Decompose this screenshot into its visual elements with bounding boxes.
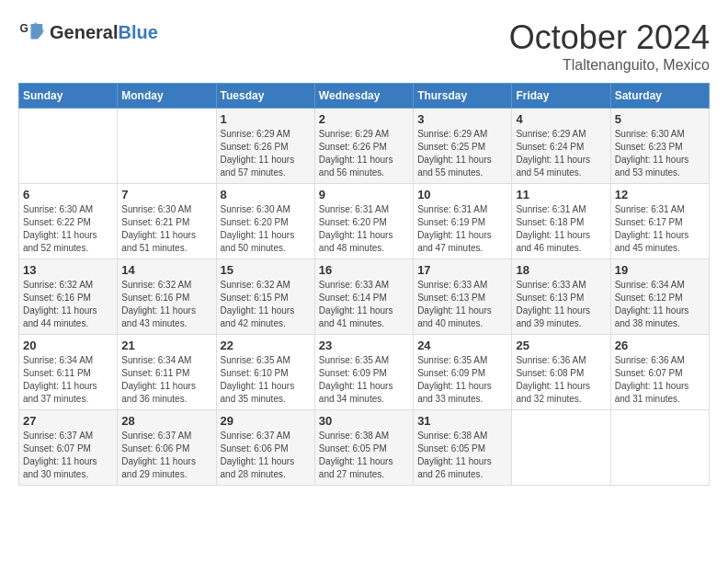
day-number: 21 bbox=[121, 339, 211, 352]
calendar-cell: 18Sunrise: 6:33 AMSunset: 6:13 PMDayligh… bbox=[512, 259, 610, 335]
calendar-cell: 22Sunrise: 6:35 AMSunset: 6:10 PMDayligh… bbox=[216, 335, 314, 410]
day-info: Sunrise: 6:38 AMSunset: 6:05 PMDaylight:… bbox=[417, 430, 507, 481]
calendar-cell: 27Sunrise: 6:37 AMSunset: 6:07 PMDayligh… bbox=[19, 410, 118, 486]
calendar-cell: 17Sunrise: 6:33 AMSunset: 6:13 PMDayligh… bbox=[414, 259, 512, 335]
calendar-cell: 25Sunrise: 6:36 AMSunset: 6:08 PMDayligh… bbox=[512, 335, 610, 410]
calendar-cell: 12Sunrise: 6:31 AMSunset: 6:17 PMDayligh… bbox=[610, 184, 709, 259]
day-info: Sunrise: 6:36 AMSunset: 6:08 PMDaylight:… bbox=[516, 354, 606, 406]
calendar-cell: 29Sunrise: 6:37 AMSunset: 6:06 PMDayligh… bbox=[216, 410, 314, 486]
header-tuesday: Tuesday bbox=[216, 84, 314, 109]
calendar-cell: 15Sunrise: 6:32 AMSunset: 6:15 PMDayligh… bbox=[216, 259, 314, 335]
day-number: 9 bbox=[319, 188, 409, 201]
calendar-cell: 24Sunrise: 6:35 AMSunset: 6:09 PMDayligh… bbox=[414, 335, 512, 410]
day-info: Sunrise: 6:32 AMSunset: 6:16 PMDaylight:… bbox=[121, 279, 211, 330]
logo-text: General bbox=[50, 22, 118, 42]
day-info: Sunrise: 6:33 AMSunset: 6:13 PMDaylight:… bbox=[417, 279, 507, 330]
day-info: Sunrise: 6:29 AMSunset: 6:26 PMDaylight:… bbox=[319, 128, 409, 179]
day-number: 19 bbox=[615, 263, 705, 277]
day-info: Sunrise: 6:30 AMSunset: 6:21 PMDaylight:… bbox=[121, 203, 211, 255]
title-area: October 2024 Tlaltenanguito, Mexico bbox=[509, 18, 710, 74]
day-info: Sunrise: 6:29 AMSunset: 6:24 PMDaylight:… bbox=[516, 128, 606, 179]
day-info: Sunrise: 6:32 AMSunset: 6:15 PMDaylight:… bbox=[221, 279, 311, 330]
calendar-cell: 9Sunrise: 6:31 AMSunset: 6:20 PMDaylight… bbox=[314, 184, 413, 259]
day-number: 13 bbox=[23, 263, 113, 277]
day-info: Sunrise: 6:30 AMSunset: 6:22 PMDaylight:… bbox=[23, 203, 113, 255]
header-saturday: Saturday bbox=[610, 84, 709, 109]
day-number: 5 bbox=[615, 112, 705, 126]
calendar-cell: 16Sunrise: 6:33 AMSunset: 6:14 PMDayligh… bbox=[314, 259, 413, 335]
calendar-cell: 14Sunrise: 6:32 AMSunset: 6:16 PMDayligh… bbox=[118, 259, 216, 335]
calendar-cell: 19Sunrise: 6:34 AMSunset: 6:12 PMDayligh… bbox=[610, 259, 709, 335]
calendar-cell: 30Sunrise: 6:38 AMSunset: 6:05 PMDayligh… bbox=[314, 410, 413, 486]
day-info: Sunrise: 6:32 AMSunset: 6:16 PMDaylight:… bbox=[23, 279, 113, 330]
day-number: 28 bbox=[121, 414, 211, 428]
calendar-cell: 1Sunrise: 6:29 AMSunset: 6:26 PMDaylight… bbox=[216, 109, 314, 184]
calendar-cell: 4Sunrise: 6:29 AMSunset: 6:24 PMDaylight… bbox=[512, 109, 610, 184]
calendar-cell: 5Sunrise: 6:30 AMSunset: 6:23 PMDaylight… bbox=[610, 109, 709, 184]
day-info: Sunrise: 6:29 AMSunset: 6:25 PMDaylight:… bbox=[417, 128, 507, 179]
calendar-cell: 13Sunrise: 6:32 AMSunset: 6:16 PMDayligh… bbox=[19, 259, 118, 335]
header-monday: Monday bbox=[118, 84, 216, 109]
calendar-cell: 23Sunrise: 6:35 AMSunset: 6:09 PMDayligh… bbox=[314, 335, 413, 410]
day-number: 23 bbox=[319, 339, 409, 352]
day-info: Sunrise: 6:31 AMSunset: 6:18 PMDaylight:… bbox=[516, 203, 606, 255]
day-number: 24 bbox=[417, 339, 507, 352]
calendar-cell: 20Sunrise: 6:34 AMSunset: 6:11 PMDayligh… bbox=[19, 335, 118, 410]
day-number: 18 bbox=[516, 263, 606, 277]
header-thursday: Thursday bbox=[414, 84, 512, 109]
day-number: 30 bbox=[319, 414, 409, 428]
calendar-cell bbox=[610, 410, 709, 486]
day-number: 25 bbox=[516, 339, 606, 352]
day-number: 7 bbox=[121, 188, 211, 201]
day-info: Sunrise: 6:30 AMSunset: 6:20 PMDaylight:… bbox=[221, 203, 311, 255]
day-info: Sunrise: 6:37 AMSunset: 6:06 PMDaylight:… bbox=[221, 430, 311, 481]
day-info: Sunrise: 6:37 AMSunset: 6:07 PMDaylight:… bbox=[23, 430, 113, 481]
calendar-cell: 8Sunrise: 6:30 AMSunset: 6:20 PMDaylight… bbox=[216, 184, 314, 259]
day-info: Sunrise: 6:33 AMSunset: 6:14 PMDaylight:… bbox=[319, 279, 409, 330]
calendar-row: 1Sunrise: 6:29 AMSunset: 6:26 PMDaylight… bbox=[19, 109, 710, 184]
page-header: G GeneralBlue October 2024 Tlaltenanguit… bbox=[18, 18, 710, 74]
calendar-row: 27Sunrise: 6:37 AMSunset: 6:07 PMDayligh… bbox=[19, 410, 710, 486]
day-info: Sunrise: 6:38 AMSunset: 6:05 PMDaylight:… bbox=[319, 430, 409, 481]
calendar-cell: 26Sunrise: 6:36 AMSunset: 6:07 PMDayligh… bbox=[610, 335, 709, 410]
calendar-cell: 10Sunrise: 6:31 AMSunset: 6:19 PMDayligh… bbox=[414, 184, 512, 259]
day-info: Sunrise: 6:34 AMSunset: 6:11 PMDaylight:… bbox=[121, 354, 211, 406]
month-title: October 2024 bbox=[509, 18, 710, 57]
day-number: 14 bbox=[121, 263, 211, 277]
calendar-cell: 11Sunrise: 6:31 AMSunset: 6:18 PMDayligh… bbox=[512, 184, 610, 259]
day-number: 16 bbox=[319, 263, 409, 277]
day-info: Sunrise: 6:31 AMSunset: 6:17 PMDaylight:… bbox=[615, 203, 705, 255]
day-info: Sunrise: 6:34 AMSunset: 6:11 PMDaylight:… bbox=[23, 354, 113, 406]
day-number: 10 bbox=[417, 188, 507, 201]
day-number: 20 bbox=[23, 339, 113, 352]
header-friday: Friday bbox=[512, 84, 610, 109]
calendar-cell: 6Sunrise: 6:30 AMSunset: 6:22 PMDaylight… bbox=[19, 184, 118, 259]
day-number: 1 bbox=[221, 112, 311, 126]
day-info: Sunrise: 6:31 AMSunset: 6:20 PMDaylight:… bbox=[319, 203, 409, 255]
calendar-cell bbox=[512, 410, 610, 486]
day-info: Sunrise: 6:34 AMSunset: 6:12 PMDaylight:… bbox=[615, 279, 705, 330]
calendar-row: 13Sunrise: 6:32 AMSunset: 6:16 PMDayligh… bbox=[19, 259, 710, 335]
calendar-cell: 7Sunrise: 6:30 AMSunset: 6:21 PMDaylight… bbox=[118, 184, 216, 259]
day-number: 2 bbox=[319, 112, 409, 126]
day-number: 27 bbox=[23, 414, 113, 428]
calendar-cell: 3Sunrise: 6:29 AMSunset: 6:25 PMDaylight… bbox=[414, 109, 512, 184]
day-info: Sunrise: 6:37 AMSunset: 6:06 PMDaylight:… bbox=[121, 430, 211, 481]
logo: G GeneralBlue bbox=[18, 18, 158, 46]
header-sunday: Sunday bbox=[19, 84, 118, 109]
day-number: 11 bbox=[516, 188, 606, 201]
calendar-cell: 21Sunrise: 6:34 AMSunset: 6:11 PMDayligh… bbox=[118, 335, 216, 410]
calendar-header-row: Sunday Monday Tuesday Wednesday Thursday… bbox=[19, 84, 710, 109]
day-number: 8 bbox=[221, 188, 311, 201]
day-number: 17 bbox=[417, 263, 507, 277]
day-number: 15 bbox=[221, 263, 311, 277]
day-info: Sunrise: 6:36 AMSunset: 6:07 PMDaylight:… bbox=[615, 354, 705, 406]
day-number: 22 bbox=[221, 339, 311, 352]
day-number: 26 bbox=[615, 339, 705, 352]
day-info: Sunrise: 6:35 AMSunset: 6:10 PMDaylight:… bbox=[221, 354, 311, 406]
day-number: 3 bbox=[417, 112, 507, 126]
logo-blue-text: Blue bbox=[118, 22, 157, 42]
logo-icon: G bbox=[18, 18, 46, 46]
location-title: Tlaltenanguito, Mexico bbox=[509, 57, 710, 74]
day-info: Sunrise: 6:31 AMSunset: 6:19 PMDaylight:… bbox=[417, 203, 507, 255]
